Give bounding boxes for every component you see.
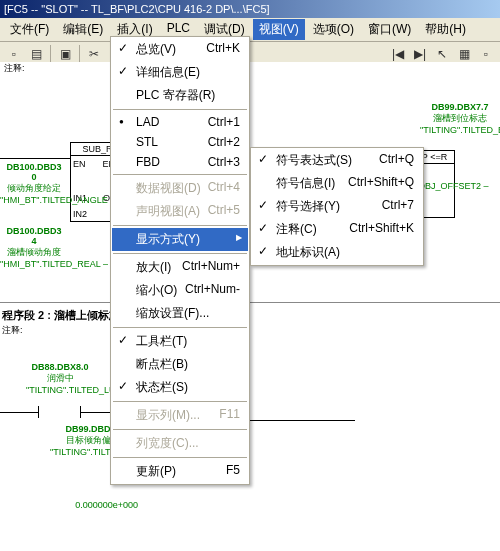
shortcut-text: Ctrl+Shift+K [349,221,414,235]
shortcut-text: Ctrl+Num- [185,282,240,296]
shortcut-text: Ctrl+1 [208,115,240,129]
shortcut-text: Ctrl+4 [208,180,240,194]
menu-item[interactable]: 工具栏(T) [112,330,248,353]
toolbar-save-icon[interactable]: ▣ [55,44,75,64]
shortcut-text: Ctrl+7 [382,198,414,212]
shortcut-text: F11 [219,407,240,421]
submenu-item[interactable]: 符号选择(Y)Ctrl+7 [252,195,422,218]
menu-separator [113,327,247,328]
menu-separator [113,253,247,254]
comment-text-2: 注释: [2,324,23,337]
menu-item: 数据视图(D)Ctrl+4 [112,177,248,200]
shortcut-text: Ctrl+3 [208,155,240,169]
menu-item[interactable]: 详细信息(E) [112,61,248,84]
symbol-db88-0: DB88.DBX8.0 润滑中 "TILTING".TILTED_LUB [26,362,94,395]
section-divider [0,302,500,303]
menu-item[interactable]: 缩放设置(F)... [112,302,248,325]
menu-separator [113,225,247,226]
menu-item[interactable]: FBDCtrl+3 [112,152,248,172]
toolbar-cut-icon[interactable]: ✂ [84,44,104,64]
toolbar-misc-icon[interactable]: ▫ [476,44,496,64]
shortcut-text: F5 [226,463,240,477]
shortcut-text: Ctrl+5 [208,203,240,217]
shortcut-text: Ctrl+Q [379,152,414,166]
section-2-header: 程序段 2 : 溜槽上倾标志 [2,308,120,323]
menu-item: 声明视图(A)Ctrl+5 [112,200,248,223]
shortcut-text: Ctrl+K [206,41,240,55]
menu-options[interactable]: 选项(O) [307,19,360,40]
menu-edit[interactable]: 编辑(E) [57,19,109,40]
menu-file[interactable]: 文件(F) [4,19,55,40]
menu-item: 列宽度(C)... [112,432,248,455]
window-title: [FC5 -- "SLOT" -- TL_BF\PLC2\CPU 416-2 D… [4,3,270,15]
symbol-db99-7: DB99.DBX7.7 溜槽到位标志 "TILTING".TILTED_EQU [420,102,500,135]
menu-item[interactable]: 总览(V)Ctrl+K [112,38,248,61]
menu-item[interactable]: LADCtrl+1 [112,112,248,132]
shortcut-text: Ctrl+Num+ [182,259,240,273]
display-mode-submenu: 符号表达式(S)Ctrl+Q符号信息(I)Ctrl+Shift+Q符号选择(Y)… [250,147,424,266]
submenu-item[interactable]: 地址标识(A) [252,241,422,264]
menu-item[interactable]: PLC 寄存器(R) [112,84,248,107]
toolbar-nav-back-icon[interactable]: |◀ [388,44,408,64]
menu-item[interactable]: 更新(P)F5 [112,460,248,483]
menu-item[interactable]: 显示方式(Y) [112,228,248,251]
menu-separator [113,109,247,110]
wire [0,412,38,413]
submenu-item[interactable]: 注释(C)Ctrl+Shift+K [252,218,422,241]
pin-in2: IN2 [73,209,87,219]
menu-view[interactable]: 视图(V) [253,19,305,40]
menu-item: 显示列(M)...F11 [112,404,248,427]
shortcut-text: Ctrl+Shift+Q [348,175,414,189]
menu-bar: 文件(F) 编辑(E) 插入(I) PLC 调试(D) 视图(V) 选项(O) … [0,18,500,42]
toolbar-grid-icon[interactable]: ▦ [454,44,474,64]
symbol-db100-3: DB100.DBD3 0 倾动角度给定 "HMI_BT".TILTED_ANGL… [0,162,68,205]
toolbar-nav-fwd-icon[interactable]: ▶| [410,44,430,64]
toolbar-open-icon[interactable]: ▤ [26,44,46,64]
submenu-item[interactable]: 符号表达式(S)Ctrl+Q [252,149,422,172]
menu-item[interactable]: STLCtrl+2 [112,132,248,152]
menu-item[interactable]: 放大(I)Ctrl+Num+ [112,256,248,279]
shortcut-text: Ctrl+2 [208,135,240,149]
menu-window[interactable]: 窗口(W) [362,19,417,40]
menu-item[interactable]: 缩小(O)Ctrl+Num- [112,279,248,302]
title-bar: [FC5 -- "SLOT" -- TL_BF\PLC2\CPU 416-2 D… [0,0,500,18]
toolbar-sep [79,45,80,63]
ladder-canvas: 注释: SUB_R EN ENO IN1 OUT IN2 DB100.DBD3 … [0,62,500,551]
constant-0e0: 0.000000e+000 [72,500,138,510]
menu-item[interactable]: 状态栏(S) [112,376,248,399]
submenu-item[interactable]: 符号信息(I)Ctrl+Shift+Q [252,172,422,195]
toolbar-sep [50,45,51,63]
view-menu-dropdown: 总览(V)Ctrl+K详细信息(E)PLC 寄存器(R)LADCtrl+1STL… [110,36,250,485]
contact-left [38,406,39,418]
comment-text: 注释: [4,62,25,75]
rail-wire [0,158,70,159]
menu-item[interactable]: 断点栏(B) [112,353,248,376]
menu-separator [113,429,247,430]
menu-separator [113,457,247,458]
toolbar-new-icon[interactable]: ▫ [4,44,24,64]
symbol-db100-4: DB100.DBD3 4 溜槽倾动角度 "HMI_BT".TILTED_REAL… [0,226,68,269]
menu-separator [113,401,247,402]
toolbar-cursor-icon[interactable]: ↖ [432,44,452,64]
menu-separator [113,174,247,175]
pin-en: EN [73,159,86,169]
menu-help[interactable]: 帮助(H) [419,19,472,40]
